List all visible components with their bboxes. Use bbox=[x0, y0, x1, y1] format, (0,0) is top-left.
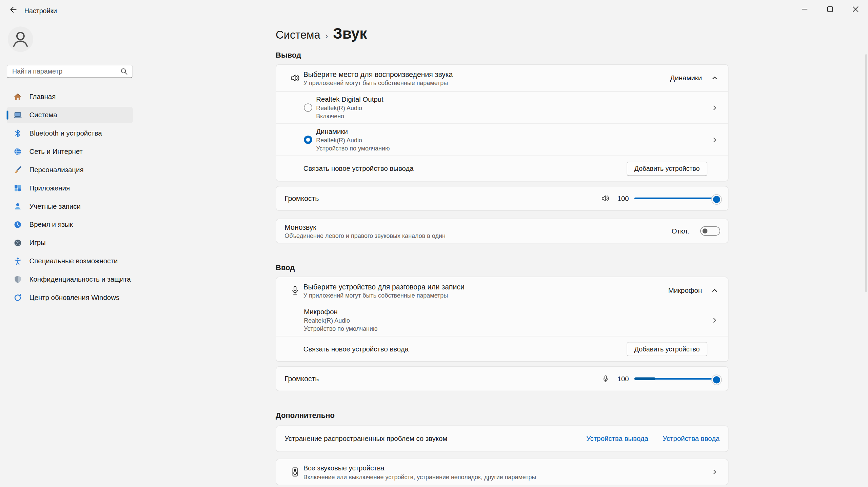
time-language-icon bbox=[13, 220, 22, 229]
input-device-microphone-row[interactable]: Микрофон Realtek(R) Audio Устройство по … bbox=[276, 304, 728, 336]
mono-title: Монозвук bbox=[284, 223, 446, 231]
sidebar-item-system[interactable]: Система bbox=[7, 107, 133, 123]
device-driver: Realtek(R) Audio bbox=[316, 104, 383, 111]
device-driver: Realtek(R) Audio bbox=[316, 136, 390, 143]
mono-audio-card: Монозвук Объединение левого и правого зв… bbox=[276, 219, 729, 243]
add-output-device-button[interactable]: Добавить устройство bbox=[627, 161, 708, 176]
add-input-device-button[interactable]: Добавить устройство bbox=[627, 342, 708, 356]
device-name: Микрофон bbox=[304, 308, 377, 316]
output-devices-link[interactable]: Устройства вывода bbox=[586, 435, 648, 443]
sidebar-item-label: Центр обновления Windows bbox=[29, 294, 120, 302]
window-controls bbox=[792, 0, 868, 18]
toggle-knob bbox=[703, 228, 708, 234]
titlebar: Настройки bbox=[0, 0, 868, 19]
input-device-picker-row[interactable]: Выберите устройство для разговора или за… bbox=[276, 277, 728, 304]
close-icon bbox=[852, 6, 858, 12]
minimize-button[interactable] bbox=[792, 0, 817, 18]
scrollbar[interactable] bbox=[865, 54, 867, 292]
sidebar-item-label: Главная bbox=[29, 93, 56, 101]
breadcrumb-parent[interactable]: Система bbox=[276, 29, 320, 42]
device-status: Устройство по умолчанию bbox=[304, 325, 377, 332]
input-picker-title: Выберите устройство для разговора или за… bbox=[303, 282, 465, 290]
sidebar-item-label: Bluetooth и устройства bbox=[29, 129, 102, 137]
output-device-realtek-row[interactable]: Realtek Digital Output Realtek(R) Audio … bbox=[276, 91, 728, 123]
sidebar-item-privacy[interactable]: Конфиденциальность и защита bbox=[7, 271, 133, 288]
output-picker-subtitle: У приложений могут быть собственные пара… bbox=[303, 79, 453, 86]
output-device-speakers-row[interactable]: Динамики Realtek(R) Audio Устройство по … bbox=[276, 123, 728, 156]
output-volume-slider[interactable] bbox=[634, 195, 720, 202]
sidebar-item-label: Специальные возможности bbox=[29, 257, 118, 265]
input-section-heading: Ввод bbox=[276, 263, 729, 272]
sidebar-item-apps[interactable]: Приложения bbox=[7, 180, 133, 197]
back-button[interactable] bbox=[4, 2, 21, 17]
chevron-right-icon bbox=[711, 104, 718, 111]
sidebar-item-label: Время и язык bbox=[29, 221, 73, 228]
accessibility-icon bbox=[13, 257, 22, 266]
sidebar-item-home[interactable]: Главная bbox=[7, 88, 133, 105]
main-content: Система › Звук Вывод Выберите место для … bbox=[276, 19, 729, 487]
privacy-icon bbox=[13, 275, 22, 284]
close-button[interactable] bbox=[843, 0, 868, 18]
system-icon bbox=[13, 111, 22, 120]
bluetooth-icon bbox=[13, 129, 22, 138]
sidebar-item-accounts[interactable]: Учетные записи bbox=[7, 198, 133, 215]
device-driver: Realtek(R) Audio bbox=[304, 317, 377, 324]
windows-update-icon bbox=[13, 293, 22, 302]
chevron-right-icon bbox=[711, 469, 718, 475]
radio-checked[interactable] bbox=[304, 136, 312, 144]
chevron-right-icon bbox=[711, 317, 718, 324]
sidebar-item-windows-update[interactable]: Центр обновления Windows bbox=[7, 289, 133, 306]
maximize-icon bbox=[827, 6, 833, 12]
sidebar-item-bluetooth[interactable]: Bluetooth и устройства bbox=[7, 125, 133, 142]
device-name: Динамики bbox=[316, 127, 390, 135]
advanced-section-heading: Дополнительно bbox=[276, 411, 729, 420]
pair-input-device-row: Связать новое устройство ввода Добавить … bbox=[276, 336, 728, 361]
sidebar-item-time-language[interactable]: Время и язык bbox=[7, 216, 133, 233]
input-level-indicator bbox=[634, 377, 655, 380]
device-name: Realtek Digital Output bbox=[316, 96, 383, 103]
speaker-icon bbox=[290, 73, 301, 84]
speaker-icon[interactable] bbox=[600, 194, 610, 203]
mono-toggle[interactable] bbox=[700, 226, 720, 236]
sidebar: Главная Система Bluetooth и устройства bbox=[0, 19, 137, 487]
output-volume-value: 100 bbox=[616, 195, 629, 202]
settings-window: Настройки bbox=[0, 0, 868, 487]
pair-input-label: Связать новое устройство ввода bbox=[303, 345, 409, 353]
input-volume-slider[interactable] bbox=[634, 375, 720, 383]
sidebar-item-accessibility[interactable]: Специальные возможности bbox=[7, 253, 133, 269]
breadcrumb: Система › Звук bbox=[276, 25, 729, 44]
sidebar-item-label: Персонализация bbox=[29, 166, 84, 174]
slider-thumb[interactable] bbox=[712, 195, 722, 204]
sidebar-item-network[interactable]: Сеть и Интернет bbox=[7, 143, 133, 160]
all-sound-devices-row[interactable]: Все звуковые устройства Включение или вы… bbox=[276, 459, 729, 485]
output-device-picker-row[interactable]: Выберите место для воспроизведения звука… bbox=[276, 65, 728, 91]
personalization-icon bbox=[13, 165, 22, 174]
minimize-icon bbox=[801, 6, 807, 12]
slider-track bbox=[634, 198, 720, 199]
input-volume-label: Громкость bbox=[284, 374, 319, 383]
apps-icon bbox=[13, 184, 22, 192]
avatar[interactable] bbox=[8, 26, 33, 52]
maximize-button[interactable] bbox=[817, 0, 843, 18]
input-picker-subtitle: У приложений могут быть собственные пара… bbox=[303, 292, 465, 299]
output-device-expander: Выберите место для воспроизведения звука… bbox=[276, 64, 729, 181]
sidebar-item-label: Конфиденциальность и защита bbox=[29, 276, 131, 283]
slider-thumb[interactable] bbox=[712, 375, 722, 384]
back-arrow-icon bbox=[8, 5, 17, 14]
sidebar-item-personalization[interactable]: Персонализация bbox=[7, 162, 133, 178]
chevron-right-icon bbox=[711, 136, 718, 143]
troubleshoot-card: Устранение распространенных проблем со з… bbox=[276, 426, 729, 452]
sidebar-item-label: Система bbox=[29, 111, 57, 119]
sidebar-item-games[interactable]: Игры bbox=[7, 235, 133, 251]
input-devices-link[interactable]: Устройства ввода bbox=[663, 435, 719, 443]
output-section-heading: Вывод bbox=[276, 51, 729, 60]
search-input[interactable] bbox=[7, 67, 120, 75]
breadcrumb-separator-icon: › bbox=[325, 31, 328, 40]
sidebar-item-label: Приложения bbox=[29, 184, 70, 192]
microphone-icon[interactable] bbox=[601, 374, 610, 383]
microphone-icon bbox=[290, 285, 301, 296]
troubleshoot-label: Устранение распространенных проблем со з… bbox=[284, 435, 447, 443]
radio-unchecked[interactable] bbox=[304, 103, 312, 111]
user-avatar-icon bbox=[8, 26, 33, 52]
chevron-up-icon bbox=[711, 75, 718, 81]
